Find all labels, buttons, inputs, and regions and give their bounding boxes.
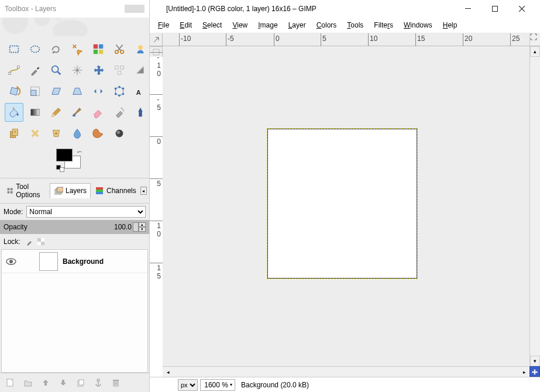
tab-menu-button[interactable]: ◂ (140, 187, 147, 195)
tool-ellipse-select[interactable] (26, 40, 44, 59)
lower-layer-icon[interactable] (57, 377, 69, 388)
toolbox-drag-handle[interactable] (125, 5, 145, 13)
canvas-viewport[interactable] (163, 46, 529, 366)
toolbox-titlebar[interactable]: Toolbox - Layers (0, 0, 149, 18)
minimize-button[interactable] (455, 0, 481, 18)
tool-free-select[interactable] (47, 40, 66, 59)
tool-scale[interactable] (26, 82, 44, 101)
menu-filters[interactable]: Filters (369, 19, 398, 32)
menu-tools[interactable]: Tools (342, 19, 368, 32)
scroll-up-icon[interactable]: ▴ (530, 46, 540, 57)
menu-select[interactable]: Select (198, 19, 226, 32)
tool-crop[interactable] (131, 61, 150, 80)
layer-row[interactable]: Background (2, 250, 147, 273)
menu-layer[interactable]: Layer (284, 19, 311, 32)
tab-tool-options[interactable]: Tool Options (2, 180, 50, 202)
duplicate-layer-icon[interactable] (75, 377, 87, 388)
mode-select[interactable]: Normal (26, 206, 146, 218)
tool-rotate[interactable] (5, 82, 23, 101)
navigation-preview-button[interactable] (529, 366, 540, 377)
unit-select[interactable]: px (178, 379, 198, 391)
menu-edit[interactable]: Edit (175, 19, 197, 32)
tool-measure[interactable] (68, 61, 87, 80)
svg-rect-50 (57, 187, 63, 192)
scroll-right-icon[interactable]: ▸ (519, 367, 529, 377)
tab-channels-label: Channels (106, 187, 136, 195)
opacity-slider-handle[interactable] (133, 222, 139, 232)
menu-view[interactable]: View (228, 19, 252, 32)
tool-scissors[interactable] (110, 40, 129, 59)
image-titlebar[interactable]: [Untitled]-1.0 (RGB color, 1 layer) 16x1… (150, 0, 540, 18)
tool-paintbrush[interactable] (68, 103, 87, 122)
tool-text[interactable]: A (131, 82, 150, 101)
menu-help[interactable]: Help (438, 19, 462, 32)
tool-eraser[interactable] (89, 103, 108, 122)
canvas[interactable] (267, 128, 418, 279)
tool-color-picker[interactable] (26, 61, 44, 80)
tool-zoom[interactable] (47, 61, 66, 80)
anchor-layer-icon[interactable] (92, 377, 104, 388)
layer-name[interactable]: Background (63, 257, 104, 266)
lock-alpha-icon[interactable] (36, 236, 46, 247)
zoom-field[interactable]: 1600 % ▾ (200, 379, 235, 391)
horizontal-ruler[interactable]: -10-50510152025 (163, 33, 529, 46)
tool-foreground-select[interactable] (131, 40, 150, 59)
opacity-spinner[interactable]: ▴▾ (139, 222, 146, 232)
scroll-left-icon[interactable]: ◂ (163, 367, 173, 377)
lock-pixels-icon[interactable] (24, 236, 35, 247)
tool-flip[interactable] (89, 82, 108, 101)
svg-rect-57 (37, 242, 41, 245)
tool-by-color-select[interactable] (89, 40, 108, 59)
tool-perspective[interactable] (68, 82, 87, 101)
color-swatches: ⤺ (0, 145, 149, 178)
menu-image[interactable]: Image (253, 19, 282, 32)
ruler-h-tick: 15 (417, 35, 425, 43)
tool-move[interactable] (89, 61, 108, 80)
tool-bucket-fill[interactable] (5, 103, 23, 122)
opacity-row[interactable]: Opacity 100.0 ▴▾ (0, 220, 149, 234)
zoom-fit-button[interactable] (529, 33, 540, 46)
tool-blend[interactable] (26, 103, 44, 122)
tab-channels[interactable]: Channels (91, 183, 140, 198)
menu-file[interactable]: File (153, 19, 174, 32)
swap-colors-icon[interactable]: ⤺ (77, 149, 82, 155)
svg-rect-31 (31, 109, 40, 116)
svg-point-13 (138, 46, 142, 50)
tool-cage[interactable] (110, 82, 129, 101)
tool-fuzzy-select[interactable] (68, 40, 87, 59)
tool-shear[interactable] (47, 82, 66, 101)
layer-thumbnail[interactable] (39, 252, 58, 271)
tool-clone[interactable] (5, 124, 23, 143)
svg-point-59 (9, 260, 13, 263)
tab-layers[interactable]: Layers (50, 183, 91, 198)
new-layer-icon[interactable] (5, 377, 16, 388)
tool-perspective-clone[interactable] (47, 124, 66, 143)
tool-pencil[interactable] (47, 103, 66, 122)
scroll-down-icon[interactable]: ▾ (530, 356, 540, 366)
tool-heal[interactable] (26, 124, 44, 143)
tool-blur[interactable] (68, 124, 87, 143)
vertical-scrollbar[interactable]: ▴ ▾ (529, 46, 540, 366)
new-layer-group-icon[interactable] (22, 377, 34, 388)
tool-airbrush[interactable] (110, 103, 129, 122)
raise-layer-icon[interactable] (40, 377, 51, 388)
foreground-color[interactable] (56, 149, 73, 161)
layer-visibility-icon[interactable] (2, 258, 20, 265)
delete-layer-icon[interactable] (110, 377, 122, 388)
tool-align[interactable] (110, 61, 129, 80)
maximize-button[interactable] (481, 0, 508, 18)
svg-rect-20 (118, 71, 121, 75)
horizontal-scrollbar[interactable]: ◂ ▸ (163, 366, 529, 377)
hscroll-track[interactable] (173, 367, 519, 377)
svg-rect-68 (465, 8, 471, 9)
ruler-origin-toggle[interactable] (150, 33, 163, 46)
menu-colors[interactable]: Colors (312, 19, 342, 32)
menu-windows[interactable]: Windows (399, 19, 437, 32)
tool-dodge[interactable] (110, 124, 129, 143)
tool-ink[interactable] (131, 103, 150, 122)
tool-rect-select[interactable] (5, 40, 23, 59)
tool-smudge[interactable] (89, 124, 108, 143)
tool-paths[interactable] (5, 61, 23, 80)
vscroll-track[interactable] (530, 57, 540, 356)
close-button[interactable] (508, 0, 535, 18)
